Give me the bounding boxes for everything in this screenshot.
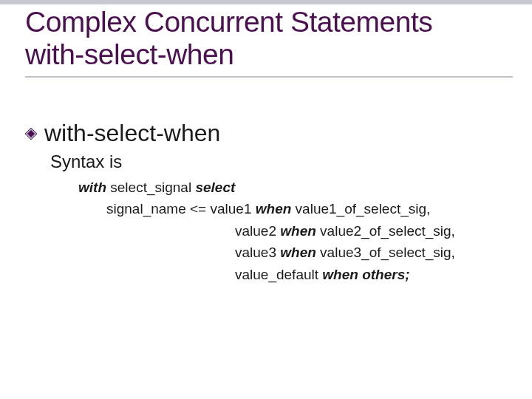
code-line-1: with select_signal select — [78, 177, 513, 198]
title-line-1: Complex Concurrent Statements — [25, 6, 513, 38]
diamond-bullet-icon — [25, 128, 37, 140]
bullet-text: with-select-when — [44, 120, 220, 147]
keyword-select: select — [195, 180, 235, 195]
code-text: value3 — [235, 245, 280, 260]
keyword-when: when — [280, 223, 316, 239]
code-text: signal_name <= value1 — [106, 201, 256, 216]
slide-body: with-select-when Syntax is with select_s… — [25, 120, 513, 285]
code-text: value2 — [235, 223, 280, 239]
keyword-when-others: when others; — [322, 267, 409, 282]
code-text: value2_of_select_sig, — [316, 223, 455, 239]
keyword-with: with — [78, 180, 106, 195]
code-text: value3_of_select_sig, — [316, 245, 455, 260]
code-text: value_default — [235, 267, 322, 282]
code-text: select_signal — [106, 180, 195, 195]
keyword-when: when — [256, 201, 292, 216]
bullet-item: with-select-when — [25, 120, 513, 147]
slide: Complex Concurrent Statements with-selec… — [0, 0, 532, 399]
title-line-2: with-select-when — [25, 38, 513, 71]
code-line-4: value3 when value3_of_select_sig, — [235, 242, 513, 263]
code-line-3: value2 when value2_of_select_sig, — [235, 220, 513, 242]
top-bar-decoration — [0, 0, 532, 4]
syntax-code-block: with select_signal select signal_name <=… — [78, 177, 513, 285]
keyword-when: when — [280, 245, 316, 260]
code-line-5: value_default when others; — [235, 264, 513, 285]
subitem-syntax: Syntax is — [50, 151, 513, 172]
code-line-2: signal_name <= value1 when value1_of_sel… — [106, 198, 513, 219]
slide-title: Complex Concurrent Statements with-selec… — [25, 6, 513, 78]
code-text: value1_of_select_sig, — [291, 201, 430, 216]
